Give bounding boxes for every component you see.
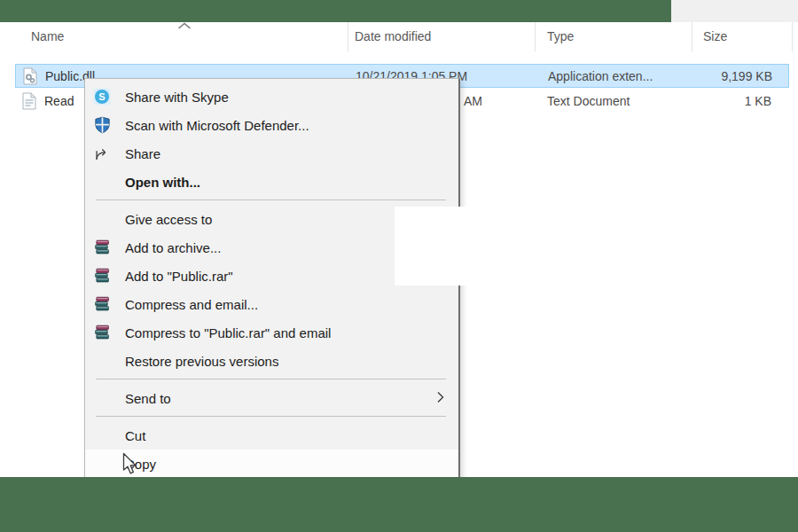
header-top-strip bbox=[671, 0, 798, 22]
menu-item-label: Add to archive... bbox=[125, 240, 221, 255]
file-name: Read bbox=[44, 94, 74, 108]
menu-item-label: Scan with Microsoft Defender... bbox=[125, 118, 309, 133]
file-size: 9,199 KB bbox=[577, 69, 772, 83]
menu-item-share[interactable]: Share bbox=[85, 139, 458, 168]
winrar-icon bbox=[92, 295, 112, 313]
menu-item-label: Open with... bbox=[125, 175, 200, 190]
menu-item-send-to[interactable]: Send to bbox=[85, 384, 458, 412]
menu-item-restore-previous-versions[interactable]: Restore previous versions bbox=[85, 347, 458, 375]
icon-placeholder bbox=[92, 352, 112, 370]
dll-file-icon bbox=[22, 67, 38, 85]
column-divider[interactable] bbox=[692, 22, 692, 51]
video-background-bottom-band bbox=[0, 477, 798, 532]
menu-separator bbox=[96, 416, 446, 417]
icon-placeholder bbox=[92, 389, 112, 407]
column-header-date-modified[interactable]: Date modified bbox=[355, 29, 431, 43]
column-divider[interactable] bbox=[792, 22, 793, 51]
menu-item-label: Give access to bbox=[125, 212, 212, 227]
column-divider[interactable] bbox=[535, 22, 536, 51]
explorer-window: NameDate modifiedTypeSize Public.dll10/2… bbox=[0, 0, 798, 532]
menu-item-label: Restore previous versions bbox=[125, 354, 278, 369]
menu-item-label: Add to "Public.rar" bbox=[125, 269, 233, 284]
video-background-top-band bbox=[0, 0, 671, 22]
defender-icon bbox=[92, 116, 112, 134]
menu-item-open-with[interactable]: Open with... bbox=[85, 168, 458, 196]
file-date: AM bbox=[464, 94, 482, 108]
menu-item-compress-to-public-rar-and-email[interactable]: Compress to "Public.rar" and email bbox=[85, 318, 458, 347]
menu-item-label: Compress and email... bbox=[125, 297, 258, 312]
menu-item-label: Cut bbox=[125, 428, 145, 443]
menu-item-scan-with-microsoft-defender[interactable]: Scan with Microsoft Defender... bbox=[85, 111, 458, 139]
share-icon bbox=[92, 145, 112, 162]
menu-item-label: Send to bbox=[125, 391, 171, 406]
menu-item-label: Compress to "Public.rar" and email bbox=[125, 325, 331, 340]
winrar-icon bbox=[92, 239, 112, 256]
icon-placeholder bbox=[92, 173, 112, 191]
icon-placeholder bbox=[92, 455, 112, 473]
column-header-size[interactable]: Size bbox=[703, 29, 727, 43]
icon-placeholder bbox=[92, 210, 112, 228]
file-size: 1 KB bbox=[576, 94, 771, 108]
file-list-header: NameDate modifiedTypeSize bbox=[0, 22, 798, 53]
icon-placeholder bbox=[92, 426, 112, 444]
mouse-cursor bbox=[122, 452, 139, 480]
menu-separator bbox=[96, 200, 446, 200]
skype-icon: S bbox=[92, 88, 112, 106]
menu-item-copy[interactable]: Copy bbox=[85, 450, 458, 478]
menu-item-label: Share with Skype bbox=[125, 90, 229, 105]
winrar-icon bbox=[92, 324, 112, 341]
menu-separator bbox=[96, 379, 446, 379]
menu-item-share-with-skype[interactable]: SShare with Skype bbox=[85, 82, 458, 111]
column-divider[interactable] bbox=[348, 22, 348, 51]
svg-text:S: S bbox=[98, 91, 105, 102]
menu-item-compress-and-email[interactable]: Compress and email... bbox=[85, 290, 458, 318]
redaction-box bbox=[395, 207, 467, 286]
column-header-name[interactable]: Name bbox=[31, 29, 64, 43]
text-file-icon bbox=[21, 92, 37, 110]
winrar-icon bbox=[92, 267, 112, 285]
menu-item-cut[interactable]: Cut bbox=[85, 421, 458, 450]
column-header-type[interactable]: Type bbox=[547, 29, 574, 43]
submenu-chevron-right-icon bbox=[437, 391, 444, 406]
menu-item-label: Share bbox=[125, 146, 160, 161]
